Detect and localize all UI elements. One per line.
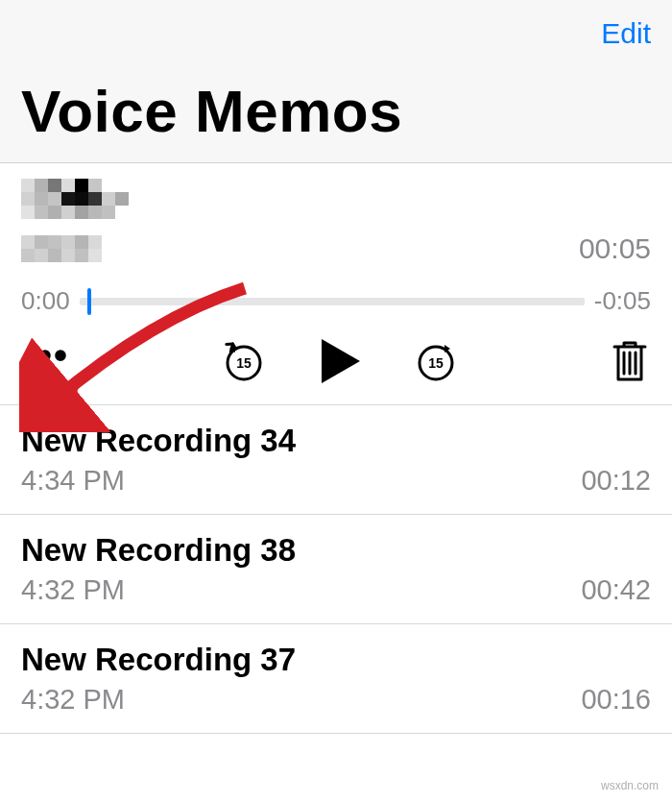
skip-back-15-button[interactable]: 15 <box>222 339 266 383</box>
svg-text:15: 15 <box>236 355 252 371</box>
recording-duration: 00:16 <box>581 684 651 716</box>
watermark: wsxdn.com <box>601 779 659 792</box>
skip-forward-15-button[interactable]: 15 <box>414 339 458 383</box>
recording-time: 4:32 PM <box>21 684 125 716</box>
playback-controls: ••• 15 15 <box>21 337 651 385</box>
scrubber: 0:00 -0:05 <box>21 286 651 316</box>
expanded-recording: 00:05 0:00 -0:05 ••• 15 <box>0 163 672 405</box>
edit-button[interactable]: Edit <box>601 17 651 50</box>
expanded-recording-duration: 00:05 <box>579 232 651 265</box>
delete-button[interactable] <box>611 339 649 383</box>
page-title: Voice Memos <box>21 77 651 145</box>
recording-meta: 4:32 PM 00:16 <box>21 684 651 716</box>
recording-title: New Recording 38 <box>21 532 651 569</box>
play-button[interactable] <box>318 337 362 385</box>
skip-back-icon: 15 <box>222 339 266 383</box>
recording-meta: 4:34 PM 00:12 <box>21 465 651 497</box>
skip-forward-icon: 15 <box>414 339 458 383</box>
recording-list-item[interactable]: New Recording 37 4:32 PM 00:16 <box>0 624 672 734</box>
ellipsis-icon: ••• <box>23 334 69 377</box>
svg-text:15: 15 <box>428 355 444 371</box>
scrubber-time-remaining: -0:05 <box>594 286 651 316</box>
scrubber-thumb[interactable] <box>87 288 91 315</box>
more-options-button[interactable]: ••• <box>23 336 69 375</box>
play-icon <box>318 337 362 385</box>
recording-time: 4:32 PM <box>21 574 125 606</box>
header: Edit Voice Memos <box>0 0 672 163</box>
redacted-title-pixelation <box>21 179 129 219</box>
recording-title: New Recording 37 <box>21 642 651 678</box>
recording-meta: 4:32 PM 00:42 <box>21 574 651 606</box>
expanded-recording-meta: 00:05 <box>21 232 651 265</box>
playback-controls-center: 15 15 <box>222 337 458 385</box>
expanded-recording-subtitle-redacted <box>21 235 102 262</box>
scrubber-time-elapsed: 0:00 <box>21 286 70 316</box>
recording-time: 4:34 PM <box>21 465 125 497</box>
recording-duration: 00:12 <box>581 465 651 497</box>
recording-title: New Recording 34 <box>21 423 651 459</box>
recording-list-item[interactable]: New Recording 38 4:32 PM 00:42 <box>0 515 672 624</box>
recording-list-item[interactable]: New Recording 34 4:34 PM 00:12 <box>0 405 672 515</box>
scrubber-track[interactable] <box>80 298 585 305</box>
edit-row: Edit <box>21 17 651 77</box>
trash-icon <box>611 339 649 383</box>
recording-duration: 00:42 <box>581 574 651 606</box>
expanded-recording-title-redacted <box>21 179 651 219</box>
svg-marker-3 <box>322 339 360 383</box>
